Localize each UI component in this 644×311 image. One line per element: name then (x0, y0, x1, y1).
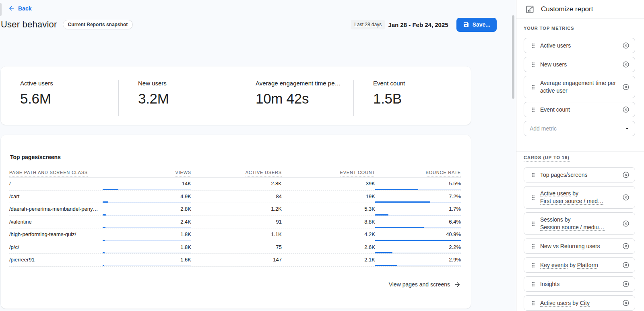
table-row[interactable]: /p/c/1.8K752.6K2.2% (9, 241, 461, 254)
panel-item-metric-average-engagement-time-per-ac[interactable]: Average engagement time per active user (524, 76, 635, 98)
table-row[interactable]: /pierreer911.6K1472.1K2.9% (9, 254, 461, 267)
bar-fill (103, 227, 105, 228)
remove-item-button[interactable] (621, 82, 631, 92)
cell-page-path: /high-performing-teams-quiz/ (9, 228, 103, 241)
cell-page-path: /valentine (9, 216, 103, 228)
cell-bounce-rate: 2.2% (375, 241, 461, 254)
drag-indicator-icon[interactable] (530, 194, 537, 201)
panel-item-metric-new-users[interactable]: New users (524, 57, 635, 72)
metrics-section-label: YOUR TOP METRICS (524, 26, 644, 31)
left-scrollbar-remnant (0, 3, 2, 16)
drag-indicator-icon[interactable] (530, 42, 537, 49)
summary-metric: Average engagement time pe…10m 42s (236, 80, 353, 116)
remove-item-button[interactable] (621, 193, 631, 202)
column-header-active-users[interactable]: ACTIVE USERS (191, 170, 282, 175)
drag-indicator-icon[interactable] (530, 220, 537, 227)
table-header-row: PAGE PATH AND SCREEN CLASS VIEWS ACTIVE … (9, 170, 461, 178)
view-pages-link[interactable]: View pages and screens (9, 281, 461, 288)
report-main: Back User behavior Current Reports snaps… (0, 0, 516, 311)
remove-circle-icon (622, 261, 630, 269)
drag-indicator-icon[interactable] (530, 106, 537, 113)
summary-metric-label: Event count (373, 80, 471, 87)
drag-indicator-icon[interactable] (530, 281, 537, 288)
drag-indicator-icon[interactable] (530, 243, 537, 250)
remove-item-button[interactable] (621, 170, 631, 180)
panel-item-card-key-events-by-platform[interactable]: Key events by Platform (524, 257, 635, 273)
summary-metric-label: Active users (20, 80, 118, 87)
drag-indicator-icon[interactable] (530, 262, 537, 269)
cell-active-users: 84 (191, 191, 282, 203)
cell-page-path: /cart (9, 191, 103, 203)
remove-item-button[interactable] (621, 219, 631, 228)
remove-circle-icon (622, 171, 630, 179)
drag-indicator-icon[interactable] (530, 300, 537, 307)
cell-active-users: 1.2K (191, 203, 282, 216)
snapshot-badge[interactable]: Current Reports snapshot (63, 20, 133, 29)
bar-fill (375, 240, 461, 241)
cell-active-users: 75 (191, 241, 282, 254)
panel-item-card-top-pages-screens[interactable]: Top pages/screens (524, 167, 635, 182)
table-body: /14K2.8K39K5.5%/cart4.9K8419K7.2%/daerah… (9, 178, 461, 267)
cell-views: 1.8K (103, 228, 191, 241)
table-row[interactable]: /high-performing-teams-quiz/1.8K1.1K4.2K… (9, 228, 461, 241)
back-button[interactable]: Back (8, 5, 31, 12)
bar-track (103, 253, 191, 253)
remove-item-button[interactable] (621, 105, 631, 114)
cell-bounce-rate: 1.7% (375, 203, 461, 216)
table-row[interactable]: /valentine2.4K918.8K6.4% (9, 216, 461, 229)
drag-indicator-icon[interactable] (530, 84, 537, 91)
remove-item-button[interactable] (621, 260, 631, 270)
panel-item-label: Key events by Platform (540, 260, 598, 271)
summary-card: Active users5.6MNew users3.2MAverage eng… (1, 66, 471, 125)
panel-item-card-sessions-by-session-source-med[interactable]: Sessions bySession source / mediu… (524, 212, 635, 235)
bar-track (103, 215, 191, 216)
panel-item-label: Active users byFirst user source / med… (540, 188, 603, 207)
cell-active-users: 91 (191, 216, 282, 228)
panel-item-card-insights[interactable]: Insights (524, 276, 635, 292)
save-button[interactable]: Save... (456, 18, 497, 32)
remove-item-button[interactable] (621, 298, 631, 308)
metrics-list: Active usersNew usersAverage engagement … (516, 38, 644, 117)
column-header-bounce-rate[interactable]: BOUNCE RATE (375, 170, 461, 175)
add-metric-dropdown[interactable]: Add metric (524, 121, 635, 136)
top-pages-card: Top pages/screens PAGE PATH AND SCREEN C… (1, 135, 471, 309)
title-row: User behavior Current Reports snapshot L… (0, 17, 516, 32)
column-header-event-count[interactable]: EVENT COUNT (282, 170, 375, 175)
summary-metric-value: 3.2M (138, 91, 236, 107)
remove-item-button[interactable] (621, 241, 631, 251)
panel-section-divider (516, 151, 644, 151)
table-row[interactable]: /cart4.9K8419K7.2% (9, 191, 461, 203)
date-range[interactable]: Jan 28 - Feb 24, 2025 (388, 21, 448, 28)
panel-title: Customize report (541, 5, 593, 13)
remove-circle-icon (622, 106, 630, 114)
remove-item-button[interactable] (621, 279, 631, 289)
column-header-views[interactable]: VIEWS (103, 170, 191, 175)
panel-item-metric-event-count[interactable]: Event count (524, 102, 635, 117)
panel-item-label: Insights (540, 279, 559, 290)
table-row[interactable]: /14K2.8K39K5.5% (9, 178, 461, 191)
remove-circle-icon (622, 242, 630, 250)
panel-item-card-active-users-by-first-user-sou[interactable]: Active users byFirst user source / med… (524, 186, 635, 209)
remove-circle-icon (622, 60, 630, 68)
date-preset-chip[interactable]: Last 28 days (351, 20, 385, 29)
column-header-page-path[interactable]: PAGE PATH AND SCREEN CLASS (9, 170, 103, 175)
remove-item-button[interactable] (621, 60, 631, 69)
panel-item-metric-active-users[interactable]: Active users (524, 38, 635, 53)
cell-active-users: 147 (191, 254, 282, 266)
drag-indicator-icon[interactable] (530, 172, 537, 178)
cell-event-count: 4.2K (282, 228, 375, 241)
summary-metric-label: Average engagement time pe… (256, 80, 353, 87)
bar-fill (103, 189, 118, 190)
cell-bounce-rate: 40.9% (375, 228, 461, 241)
remove-circle-icon (622, 299, 630, 307)
remove-item-button[interactable] (621, 41, 631, 50)
summary-metric-value: 1.5B (373, 91, 471, 107)
table-title: Top pages/screens (10, 154, 461, 160)
main-scrollbar-thumb[interactable] (512, 15, 514, 99)
drag-indicator-icon[interactable] (530, 61, 537, 68)
bar-fill (103, 201, 108, 203)
panel-item-card-active-users-by-city[interactable]: Active users by City (524, 295, 635, 311)
panel-item-card-new-vs-returning-users[interactable]: New vs Returning users (524, 238, 635, 254)
table-row[interactable]: /daerah-penerima-membandel-peny…2.8K1.2K… (9, 203, 461, 216)
cell-page-path: / (9, 178, 103, 190)
